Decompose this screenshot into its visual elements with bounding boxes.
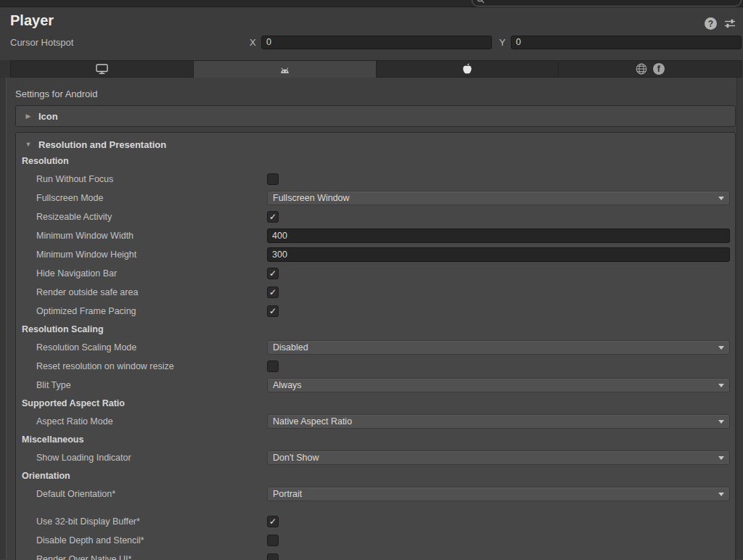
scrollbar-track[interactable]	[736, 78, 743, 559]
setting-label: Show Loading Indicator	[36, 453, 131, 463]
help-icon[interactable]: ?	[705, 17, 717, 30]
minimum-window-height-input[interactable]: 300	[267, 247, 730, 262]
row-use-32-bit-display-buffer: Use 32-bit Display Buffer* ✓	[16, 512, 735, 531]
chevron-down-icon: ▼	[24, 141, 33, 148]
x-axis-label: X	[250, 37, 256, 48]
dropdown-value: Always	[273, 380, 718, 390]
desktop-icon	[96, 64, 108, 75]
search-input[interactable]	[472, 0, 742, 7]
setting-label: Aspect Ratio Mode	[36, 416, 113, 427]
spacer	[16, 503, 735, 512]
setting-label: Run Without Focus	[36, 174, 113, 184]
row-minimum-window-height: Minimum Window Height 300	[16, 245, 735, 264]
tab-ios[interactable]	[377, 60, 559, 78]
setting-label: Fullscreen Mode	[36, 193, 103, 203]
dropdown-value: Fullscreen Window	[273, 193, 718, 203]
setting-label: Disable Depth and Stencil*	[36, 535, 144, 545]
resolution-section-header[interactable]: ▼ Resolution and Presentation	[16, 136, 735, 152]
subheader-label: Resolution Scaling	[22, 324, 104, 334]
row-blit-type: Blit Type Always	[16, 376, 735, 395]
chevron-down-icon	[718, 384, 724, 387]
android-icon	[279, 65, 291, 74]
run-without-focus-checkbox[interactable]	[267, 173, 279, 185]
icon-section-title: Icon	[38, 111, 58, 122]
setting-label: Optimized Frame Pacing	[36, 306, 136, 316]
chevron-down-icon	[718, 420, 724, 424]
row-default-orientation: Default Orientation* Portrait	[16, 485, 735, 503]
globe-icon	[636, 63, 647, 75]
tab-android[interactable]	[194, 60, 377, 78]
fullscreen-mode-dropdown[interactable]: Fullscreen Window	[267, 191, 730, 205]
blit-type-dropdown[interactable]: Always	[267, 378, 730, 392]
subheader-resolution: Resolution	[16, 152, 735, 170]
subheader-label: Orientation	[22, 471, 70, 481]
default-orientation-dropdown[interactable]: Portrait	[267, 487, 730, 501]
reset-resolution-checkbox[interactable]	[267, 361, 279, 372]
row-optimized-frame-pacing: Optimized Frame Pacing ✓	[16, 302, 735, 321]
cursor-hotspot-x-field[interactable]: 0	[261, 36, 492, 49]
row-run-without-focus: Run Without Focus	[16, 170, 735, 189]
checkmark: ✓	[269, 269, 276, 278]
platform-tabbar: f	[0, 60, 743, 78]
show-loading-indicator-dropdown[interactable]: Don't Show	[267, 450, 730, 465]
setting-label: Render outside safe area	[36, 287, 138, 297]
chevron-down-icon	[718, 197, 724, 200]
subheader-supported-aspect-ratio: Supported Aspect Ratio	[16, 395, 735, 412]
row-aspect-ratio-mode: Aspect Ratio Mode Native Aspect Ratio	[16, 412, 735, 431]
aspect-ratio-mode-dropdown[interactable]: Native Aspect Ratio	[267, 414, 730, 429]
chevron-down-icon	[718, 346, 724, 350]
render-over-native-ui-checkbox[interactable]	[267, 553, 279, 560]
setting-label: Render Over Native UI*	[36, 554, 131, 560]
cursor-hotspot-label: Cursor Hotspot	[10, 37, 73, 48]
chevron-down-icon	[718, 456, 724, 460]
row-fullscreen-mode: Fullscreen Mode Fullscreen Window	[16, 189, 735, 207]
optimized-frame-pacing-checkbox[interactable]: ✓	[267, 305, 279, 317]
setting-label: Minimum Window Height	[36, 250, 136, 260]
tab-web[interactable]: f	[559, 60, 742, 78]
presets-icon[interactable]	[724, 18, 736, 29]
row-minimum-window-width: Minimum Window Width 400	[16, 226, 735, 245]
setting-label: Hide Navigation Bar	[36, 268, 117, 279]
chevron-down-icon	[718, 493, 724, 496]
render-outside-safe-area-checkbox[interactable]: ✓	[267, 287, 279, 298]
cursor-hotspot-y-field[interactable]: 0	[511, 36, 742, 49]
row-render-over-native-ui: Render Over Native UI*	[16, 550, 735, 560]
setting-label: Default Orientation*	[36, 489, 115, 499]
setting-label: Reset resolution on window resize	[36, 361, 174, 371]
subheader-label: Resolution	[22, 156, 69, 166]
disable-depth-and-stencil-checkbox[interactable]	[267, 535, 279, 546]
setting-label: Blit Type	[36, 380, 71, 390]
subheader-resolution-scaling: Resolution Scaling	[16, 321, 735, 338]
row-resizeable-activity: Resizeable Activity ✓	[16, 207, 735, 226]
y-axis-label: Y	[499, 37, 506, 48]
setting-label: Minimum Window Width	[36, 231, 134, 241]
subheader-label: Supported Aspect Ratio	[22, 398, 125, 408]
use-32-bit-display-buffer-checkbox[interactable]: ✓	[267, 516, 279, 527]
row-resolution-scaling-mode: Resolution Scaling Mode Disabled	[16, 338, 735, 357]
search-icon	[477, 0, 485, 4]
checkmark: ✓	[269, 213, 276, 221]
resolution-section: ▼ Resolution and Presentation Resolution…	[15, 132, 736, 560]
android-settings-panel: Settings for Android ▶ Icon ▼ Resolution…	[0, 78, 743, 559]
dropdown-value: Don't Show	[273, 453, 718, 463]
checkmark: ✓	[269, 307, 276, 316]
top-toolbar	[0, 0, 743, 7]
chevron-right-icon: ▶	[24, 112, 33, 120]
setting-label: Resolution Scaling Mode	[36, 342, 136, 353]
icon-section-header[interactable]: ▶ Icon	[15, 105, 736, 127]
checkmark: ✓	[269, 517, 276, 526]
hide-navigation-bar-checkbox[interactable]: ✓	[267, 268, 279, 279]
dropdown-value: Portrait	[273, 489, 718, 499]
setting-label: Use 32-bit Display Buffer*	[36, 516, 140, 527]
subheader-miscellaneous: Miscellaneous	[16, 431, 735, 448]
tab-standalone[interactable]	[10, 60, 194, 78]
minimum-window-width-input[interactable]: 400	[267, 228, 730, 243]
apple-icon	[462, 63, 472, 75]
subheader-orientation: Orientation	[16, 467, 735, 485]
row-disable-depth-and-stencil: Disable Depth and Stencil*	[16, 531, 735, 550]
row-hide-navigation-bar: Hide Navigation Bar ✓	[16, 264, 735, 283]
resolution-scaling-mode-dropdown[interactable]: Disabled	[267, 340, 730, 355]
resizeable-activity-checkbox[interactable]: ✓	[267, 211, 279, 223]
row-show-loading-indicator: Show Loading Indicator Don't Show	[16, 448, 735, 467]
page-title: Player	[10, 12, 54, 29]
